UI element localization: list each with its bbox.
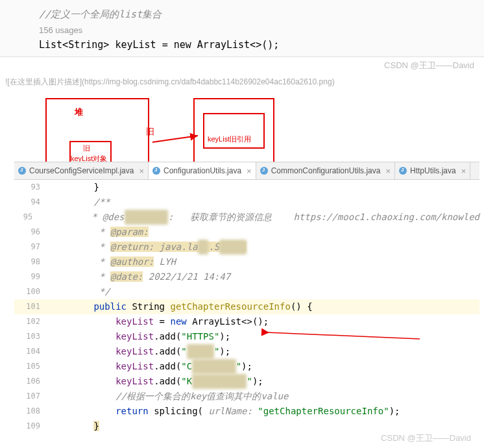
heap-label: 堆 <box>75 106 83 118</box>
close-icon[interactable]: × <box>139 166 144 176</box>
code-line: 97 * @return: java.lang.String <box>14 240 479 255</box>
close-icon[interactable]: × <box>247 166 252 176</box>
java-file-icon <box>18 167 26 175</box>
old-ref-label: keyList旧引用 <box>208 134 251 144</box>
tab-course-config[interactable]: CourseConfigServiceImpl.java× <box>14 162 149 179</box>
code-line: 108 return splicing( urlName: "getChapte… <box>14 404 479 419</box>
code-line: 100 */ <box>14 284 479 299</box>
tab-configuration-utils[interactable]: ConfigurationUtils.java× <box>149 162 256 179</box>
code-line: 104 keyList.add("Accel"); <box>14 344 479 359</box>
tab-http-utils[interactable]: HttpUtils.java× <box>395 162 470 179</box>
tab-common-config[interactable]: CommonConfigurationUtils.java× <box>256 162 395 179</box>
close-icon[interactable]: × <box>461 166 466 176</box>
code-comment: //定义一个全局的list集合 <box>39 6 465 23</box>
code-line: 98 * @author: LYH <box>14 255 479 269</box>
code-line: 105 keyList.add("ClassName"); <box>14 359 479 374</box>
java-file-icon <box>260 167 268 175</box>
old-small-label: 旧 <box>83 143 90 153</box>
code-line: 109 } <box>14 419 479 434</box>
declaration-line: List<String> keyList = new ArrayList<>()… <box>39 37 465 54</box>
svg-line-0 <box>152 136 198 142</box>
code-line: 93 } <box>14 180 479 195</box>
usages-hint[interactable]: 156 usages <box>39 25 465 35</box>
code-line: 99 * @date: 2022/1/21 14:47 <box>14 269 479 284</box>
code-editor[interactable]: 93 } 94 /** 95 * @description: 获取章节的资源信息… <box>14 180 479 442</box>
code-line: 101 public String getChapterResourceInfo… <box>14 299 479 314</box>
java-file-icon <box>399 167 407 175</box>
code-line: 96 * @param: <box>14 225 479 240</box>
image-placeholder-text: ![在这里插入图片描述](https://img-blog.csdnimg.cn… <box>0 74 484 90</box>
java-file-icon <box>152 167 160 175</box>
code-line: 102 keyList = new ArrayList<>(); <box>14 314 479 329</box>
code-line: 107 //根据一个集合的key值查询其中的value <box>14 389 479 404</box>
close-icon[interactable]: × <box>385 166 391 176</box>
code-line: 103 keyList.add("HTTPS"); <box>14 329 479 344</box>
old-outer-label: 旧 <box>146 126 154 138</box>
code-line: 106 keyList.add("KnowledgeId"); <box>14 374 479 389</box>
csdn-watermark-top: CSDN @王卫——David <box>0 57 484 74</box>
top-code-snippet: //定义一个全局的list集合 156 usages List<String> … <box>0 0 484 57</box>
code-line: 94 /** <box>14 195 479 210</box>
code-line: 95 * @description: 获取章节的资源信息 https://moo… <box>14 210 479 225</box>
editor-tabs: CourseConfigServiceImpl.java× Configurat… <box>14 162 479 180</box>
csdn-watermark-bottom: CSDN @王卫——David <box>381 432 471 444</box>
